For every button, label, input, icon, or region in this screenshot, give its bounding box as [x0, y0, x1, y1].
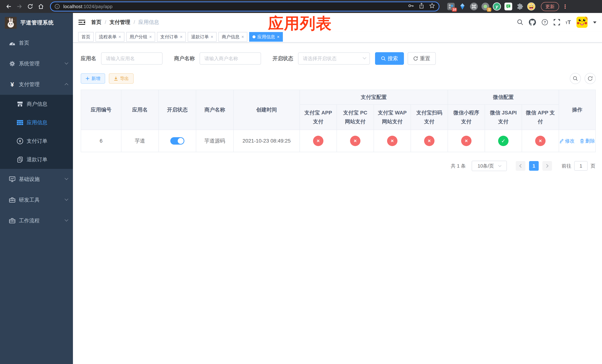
add-button[interactable]: 新增 [81, 73, 105, 84]
tab-close-icon[interactable] [180, 34, 183, 39]
font-size-icon[interactable]: TT [566, 19, 571, 25]
trash-icon [580, 139, 584, 143]
col-header-alipay-app: 支付宝 APP 支付 [300, 105, 337, 130]
merchant-name-label: 商户名称 [174, 55, 195, 62]
page-unit-label: 页 [591, 163, 595, 169]
sidebar-item-workflow[interactable]: 工作流程 [0, 210, 73, 231]
forward-arrow-icon [16, 3, 22, 10]
bookmark-star-icon[interactable] [429, 3, 435, 10]
browser-reload-button[interactable] [25, 1, 35, 11]
tab-merchant-info[interactable]: 商户信息 [218, 32, 247, 42]
tab-close-icon[interactable] [241, 34, 244, 39]
status-toggle[interactable] [170, 137, 184, 145]
user-dropdown-caret-icon[interactable] [593, 21, 596, 25]
header-search-icon[interactable] [517, 19, 523, 25]
merchant-name-input[interactable] [200, 52, 261, 65]
edit-link[interactable]: 修改 [559, 138, 575, 144]
user-avatar[interactable] [576, 17, 588, 28]
refresh-table-button[interactable] [585, 73, 596, 84]
pagination: 共 1 条 10条/页 1 前往 页 [81, 161, 595, 171]
extensions-puzzle-icon[interactable] [515, 2, 524, 11]
sidebar-item-refund-orders[interactable]: 退款订单 [0, 150, 73, 169]
tab-close-icon[interactable] [149, 34, 152, 39]
sidebar-item-merchant-info[interactable]: 商户信息 [0, 95, 73, 113]
alipay-pc-status-icon [350, 136, 360, 146]
col-header-status: 开启状态 [159, 90, 196, 130]
tab-pay-orders[interactable]: 支付订单 [157, 32, 186, 42]
sidebar-collapse-icon[interactable] [78, 19, 86, 25]
back-arrow-icon [6, 3, 12, 10]
refresh-icon [588, 76, 593, 81]
share-icon[interactable] [419, 3, 424, 10]
total-count: 共 1 条 [451, 163, 466, 169]
tab-close-icon[interactable] [277, 34, 280, 39]
col-header-merchant: 商户名称 [196, 90, 233, 130]
sidebar-item-label: 支付管理 [19, 81, 40, 88]
extension-recorder-icon[interactable]: 1 [481, 2, 490, 11]
reset-button[interactable]: 重置 [408, 52, 436, 65]
help-icon[interactable]: ? [541, 19, 548, 26]
breadcrumb-payment[interactable]: 支付管理 [110, 19, 130, 26]
sidebar-item-app-info[interactable]: 应用信息 [0, 113, 73, 132]
prev-page-button[interactable] [516, 161, 525, 171]
coin-icon: ¥ [16, 138, 24, 144]
search-button[interactable]: 搜索 [375, 52, 404, 65]
sidebar-item-pay-orders[interactable]: ¥ 支付订单 [0, 132, 73, 150]
toggle-search-button[interactable] [570, 73, 581, 84]
browser-forward-button[interactable] [14, 1, 24, 11]
delete-link[interactable]: 删除 [580, 138, 595, 144]
sidebar-item-system[interactable]: 系统管理 [0, 53, 73, 74]
next-page-button[interactable] [542, 161, 552, 171]
extension-tag-assistant-icon[interactable]: 10 [447, 2, 455, 11]
status-label: 开启状态 [272, 55, 293, 62]
sidebar-logo-row[interactable]: 芋道管理系统 [0, 13, 73, 32]
browser-menu-icon[interactable]: ⋮ [562, 3, 568, 10]
sidebar-item-infrastructure[interactable]: 基础设施 [0, 169, 73, 190]
goto-page-input[interactable] [574, 161, 588, 171]
sidebar-item-payment[interactable]: ¥ 支付管理 [0, 74, 73, 95]
export-button[interactable]: 导出 [109, 73, 134, 84]
current-page-button[interactable]: 1 [529, 161, 539, 171]
tab-refund-orders[interactable]: 退款订单 [188, 32, 216, 42]
breadcrumb-separator: / [134, 19, 135, 25]
col-header-alipay-pc: 支付宝 PC 网站支付 [337, 105, 374, 130]
github-icon[interactable] [529, 19, 536, 26]
wx-mini-status-icon [461, 136, 472, 146]
browser-update-button[interactable]: 更新 [541, 2, 559, 11]
fullscreen-icon[interactable] [554, 19, 560, 25]
extension-blue-gem-icon[interactable] [458, 2, 467, 11]
tab-close-icon[interactable] [211, 34, 213, 39]
sidebar-item-home[interactable]: 首页 [0, 32, 73, 53]
sidebar-item-dev-tools[interactable]: 研发工具 [0, 190, 73, 210]
svg-text:?: ? [544, 20, 546, 24]
password-key-icon[interactable] [408, 3, 414, 10]
browser-back-button[interactable] [4, 1, 14, 11]
site-info-icon[interactable] [54, 4, 60, 9]
tab-label: 应用信息 [257, 34, 275, 40]
extension-yuque-icon[interactable]: y [492, 2, 501, 11]
breadcrumb-home[interactable]: 首页 [91, 19, 101, 26]
extension-command-icon[interactable] [469, 2, 478, 11]
tags-bar: 首页 流程表单 用户分组 支付订单 退款订单 商户信息 应用信息 [73, 32, 602, 43]
alipay-app-status-icon [313, 136, 323, 146]
active-dot [252, 35, 256, 38]
wx-jsapi-status-icon [498, 136, 508, 146]
col-header-id: 应用编号 [81, 90, 121, 130]
app-logo-rabbit [5, 17, 17, 29]
group-header-alipay: 支付宝配置 [300, 90, 448, 105]
address-bar[interactable]: localhost:1024/pay/app [50, 1, 440, 11]
tab-user-group[interactable]: 用户分组 [126, 32, 155, 42]
chevron-down-icon [64, 218, 68, 221]
cell-id: 6 [81, 130, 121, 152]
extension-emoji-face-icon[interactable] [527, 2, 536, 11]
tab-home[interactable]: 首页 [78, 32, 94, 42]
app-name-input[interactable] [101, 52, 162, 65]
status-select[interactable] [298, 52, 370, 65]
tab-close-icon[interactable] [118, 34, 121, 39]
page-size-select[interactable]: 10条/页 [472, 161, 507, 171]
filter-form: 应用名 商户名称 开启状态 搜索 [81, 52, 596, 65]
tab-process-form[interactable]: 流程表单 [96, 32, 124, 42]
extension-green-chat-icon[interactable] [504, 2, 513, 11]
chevron-down-icon [64, 176, 68, 180]
browser-home-button[interactable] [36, 1, 46, 11]
